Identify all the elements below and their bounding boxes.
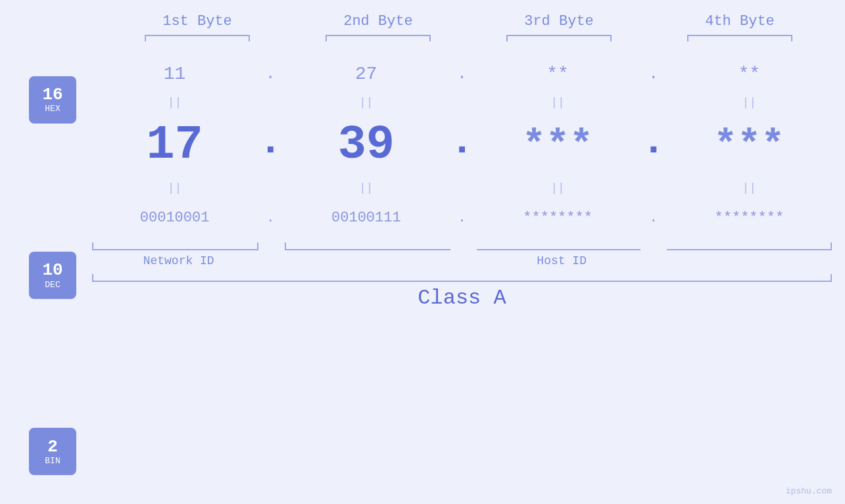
main-container: 1st Byte 2nd Byte 3rd Byte 4th Byte 16 H…: [0, 0, 845, 504]
dec-b2-value: 39: [338, 118, 395, 172]
top-bracket-1: [145, 35, 250, 41]
bin-badge-number: 2: [47, 438, 58, 457]
eq2-b3: ||: [475, 181, 640, 195]
bin-b3-cell: ********: [475, 210, 640, 226]
bin-b3-value: ********: [523, 210, 592, 226]
network-id-label: Network ID: [92, 254, 265, 267]
byte-header-1: 1st Byte: [107, 13, 288, 35]
data-rows: 11 . 27 . ** . ** || ||: [92, 55, 832, 504]
hex-badge: 16 HEX: [29, 76, 76, 124]
hex-b1-cell: 11: [92, 64, 257, 84]
eq1-b2: ||: [283, 96, 448, 109]
content-wrapper: 16 HEX 10 DEC 2 BIN: [0, 55, 845, 504]
hex-badge-number: 16: [42, 85, 62, 104]
eq2-b4: ||: [667, 181, 832, 195]
bin-b1-value: 00010001: [140, 210, 210, 226]
hex-b2-value: 27: [355, 64, 377, 84]
dec-badge-row: 10 DEC: [29, 242, 76, 308]
top-bracket-cell-4: [650, 35, 831, 41]
equals-row-2: || || || ||: [92, 178, 832, 198]
hex-badge-label: HEX: [45, 104, 60, 114]
dec-dot-2: .: [449, 118, 475, 173]
bottom-brackets: [92, 242, 832, 250]
big-outer-bracket: [92, 274, 832, 282]
hex-data-row: 11 . 27 . ** . **: [92, 55, 832, 93]
dec-dot-3: .: [640, 118, 667, 173]
watermark: ipshu.com: [786, 486, 832, 496]
hex-b4-value: **: [738, 64, 761, 84]
bin-badge: 2 BIN: [29, 428, 76, 475]
dec-data-row: 17 . 39 . *** . ***: [92, 112, 832, 178]
byte-headers: 1st Byte 2nd Byte 3rd Byte 4th Byte: [107, 13, 831, 35]
dec-badge-label: DEC: [45, 280, 60, 290]
top-bracket-4: [687, 35, 792, 41]
bin-b4-cell: ********: [667, 210, 832, 226]
top-bracket-cell-3: [469, 35, 650, 41]
dec-b4-cell: ***: [667, 126, 832, 165]
byte-header-3: 3rd Byte: [469, 13, 650, 35]
dec-b1-cell: 17: [92, 122, 257, 169]
bin-b2-value: 00100111: [331, 210, 401, 226]
class-label: Class A: [92, 286, 832, 310]
top-brackets: [107, 35, 831, 41]
bin-dot-2: .: [449, 210, 475, 225]
eq2-b2: ||: [283, 181, 448, 195]
bin-badge-label: BIN: [45, 456, 60, 466]
badges-column: 16 HEX 10 DEC 2 BIN: [0, 55, 92, 504]
hex-dot-2: .: [449, 65, 475, 83]
dec-b1-value: 17: [146, 118, 203, 172]
bin-b1-cell: 00010001: [92, 210, 257, 226]
bin-dot-3: .: [640, 210, 667, 225]
big-bracket-row: [92, 274, 832, 282]
hex-b3-value: **: [546, 64, 569, 84]
dec-badge: 10 DEC: [29, 252, 76, 299]
hex-dot-3: .: [640, 65, 667, 83]
eq2-b1: ||: [92, 181, 257, 195]
dec-b4-value: ***: [713, 123, 785, 168]
eq1-b4: ||: [667, 96, 832, 109]
byte-header-2: 2nd Byte: [288, 13, 469, 35]
bin-b4-value: ********: [715, 210, 785, 226]
bin-badge-row: 2 BIN: [29, 432, 76, 471]
equals-row-1: || || || ||: [92, 93, 832, 112]
host-id-label: Host ID: [291, 254, 832, 267]
dec-badge-number: 10: [42, 261, 62, 280]
dec-dot-1: .: [257, 118, 283, 173]
hex-b4-cell: **: [667, 64, 832, 84]
host-id-bracket-mid: [477, 242, 640, 250]
network-id-bracket: [92, 242, 258, 250]
host-id-bracket-left: [285, 242, 450, 250]
dec-b3-value: ***: [522, 123, 593, 168]
bin-dot-1: .: [257, 210, 283, 225]
dec-b2-cell: 39: [283, 122, 448, 169]
id-labels-row: Network ID Host ID: [92, 254, 832, 267]
bin-data-row: 00010001 . 00100111 . ******** . *******…: [92, 198, 832, 237]
hex-b1-value: 11: [164, 64, 186, 84]
host-id-bracket-right: [667, 242, 832, 250]
dec-b3-cell: ***: [475, 126, 640, 165]
hex-b3-cell: **: [475, 64, 640, 84]
top-bracket-cell-2: [288, 35, 469, 41]
byte-header-4: 4th Byte: [650, 13, 831, 35]
top-bracket-3: [506, 35, 612, 41]
top-bracket-cell-1: [107, 35, 288, 41]
eq1-b1: ||: [92, 96, 257, 109]
top-bracket-2: [326, 35, 431, 41]
bin-b2-cell: 00100111: [283, 210, 448, 226]
hex-badge-row: 16 HEX: [29, 81, 76, 119]
eq1-b3: ||: [475, 96, 640, 109]
hex-dot-1: .: [257, 65, 283, 83]
hex-b2-cell: 27: [283, 64, 448, 84]
